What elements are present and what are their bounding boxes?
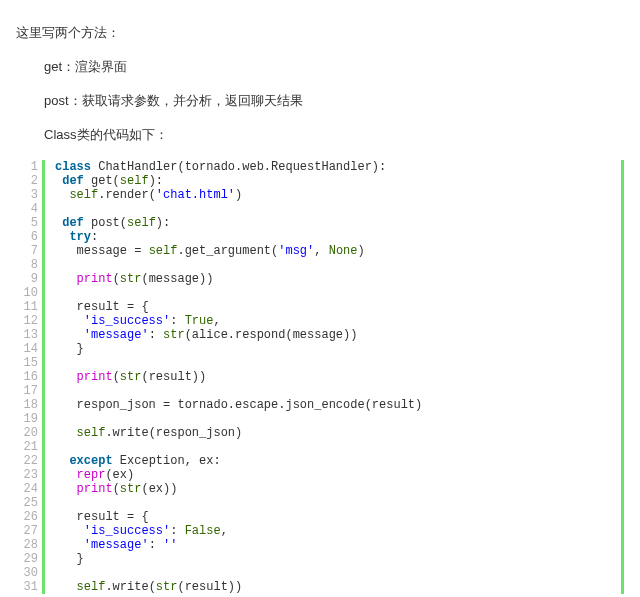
line-number: 22 bbox=[16, 454, 38, 468]
dot-render: .render( bbox=[98, 188, 156, 202]
colon-sep: : bbox=[149, 328, 163, 342]
keyword-class: class bbox=[55, 160, 91, 174]
self-param: self bbox=[127, 216, 156, 230]
builtin-print: print bbox=[77, 482, 113, 496]
builtin-print: print bbox=[77, 370, 113, 384]
dot-write: .write(respon_json) bbox=[105, 426, 242, 440]
intro-line-2: get：渲染界面 bbox=[44, 58, 624, 76]
line-number: 10 bbox=[16, 286, 38, 300]
code-block: 1234567891011121314151617181920212223242… bbox=[16, 160, 624, 594]
line-number: 7 bbox=[16, 244, 38, 258]
colon-sep: : bbox=[170, 314, 184, 328]
keyword-def: def bbox=[62, 174, 84, 188]
builtin-str: str bbox=[120, 272, 142, 286]
call-rest: (result)) bbox=[177, 580, 242, 594]
line-number: 19 bbox=[16, 412, 38, 426]
call-rest: (alice.respond(message)) bbox=[185, 328, 358, 342]
def-sig-close: ): bbox=[156, 216, 170, 230]
dot-write: .write( bbox=[105, 580, 155, 594]
line-number: 9 bbox=[16, 272, 38, 286]
builtin-str: str bbox=[120, 482, 142, 496]
intro-line-3: post：获取请求参数，并分析，返回聊天结果 bbox=[44, 92, 624, 110]
line-number: 31 bbox=[16, 580, 38, 594]
keyword-except: except bbox=[69, 454, 112, 468]
line-number: 25 bbox=[16, 496, 38, 510]
article-content: 这里写两个方法： get：渲染界面 post：获取请求参数，并分析，返回聊天结果… bbox=[0, 0, 640, 597]
bool-true: True bbox=[185, 314, 214, 328]
line-number: 30 bbox=[16, 566, 38, 580]
assign-message: message = bbox=[77, 244, 149, 258]
close-paren: ) bbox=[358, 244, 365, 258]
intro-text: 这里写两个方法： get：渲染界面 post：获取请求参数，并分析，返回聊天结果… bbox=[16, 24, 624, 144]
call-rest: (result)) bbox=[141, 370, 206, 384]
colon-sep: : bbox=[170, 524, 184, 538]
class-signature: ChatHandler(tornado.web.RequestHandler): bbox=[91, 160, 386, 174]
builtin-str: str bbox=[163, 328, 185, 342]
line-number: 29 bbox=[16, 552, 38, 566]
line-number: 11 bbox=[16, 300, 38, 314]
comma: , bbox=[213, 314, 220, 328]
line-number: 21 bbox=[16, 440, 38, 454]
def-sig: get( bbox=[84, 174, 120, 188]
line-number: 16 bbox=[16, 370, 38, 384]
assign-result: result = { bbox=[77, 300, 149, 314]
string-literal: 'msg' bbox=[278, 244, 314, 258]
line-number: 5 bbox=[16, 216, 38, 230]
builtin-print: print bbox=[77, 272, 113, 286]
dict-key: 'message' bbox=[84, 538, 149, 552]
none-literal: None bbox=[329, 244, 358, 258]
line-number: 28 bbox=[16, 538, 38, 552]
dot-getarg: .get_argument( bbox=[177, 244, 278, 258]
intro-line-4: Class类的代码如下： bbox=[44, 126, 624, 144]
builtin-str: str bbox=[120, 370, 142, 384]
intro-line-1: 这里写两个方法： bbox=[16, 24, 624, 42]
self-ref: self bbox=[77, 580, 106, 594]
colon-sep: : bbox=[149, 538, 163, 552]
line-number: 14 bbox=[16, 342, 38, 356]
call-rest: (message)) bbox=[141, 272, 213, 286]
bool-false: False bbox=[185, 524, 221, 538]
dict-close: } bbox=[77, 552, 84, 566]
code-listing: class ChatHandler(tornado.web.RequestHan… bbox=[55, 160, 621, 594]
dict-key: 'is_success' bbox=[84, 524, 170, 538]
line-number: 4 bbox=[16, 202, 38, 216]
line-number: 15 bbox=[16, 356, 38, 370]
except-rest: Exception, ex: bbox=[113, 454, 221, 468]
line-number: 24 bbox=[16, 482, 38, 496]
string-literal: '' bbox=[163, 538, 177, 552]
line-number: 6 bbox=[16, 230, 38, 244]
line-number-gutter: 1234567891011121314151617181920212223242… bbox=[16, 160, 42, 594]
open-paren: ( bbox=[113, 370, 120, 384]
self-ref: self bbox=[77, 426, 106, 440]
call-rest: (ex) bbox=[105, 468, 134, 482]
line-number: 12 bbox=[16, 314, 38, 328]
line-number: 13 bbox=[16, 328, 38, 342]
line-number: 20 bbox=[16, 426, 38, 440]
line-number: 18 bbox=[16, 398, 38, 412]
dict-close: } bbox=[77, 342, 84, 356]
dict-key: 'message' bbox=[84, 328, 149, 342]
dict-key: 'is_success' bbox=[84, 314, 170, 328]
def-sig-close: ): bbox=[149, 174, 163, 188]
open-paren: ( bbox=[113, 482, 120, 496]
builtin-repr: repr bbox=[77, 468, 106, 482]
line-number: 23 bbox=[16, 468, 38, 482]
line-number: 1 bbox=[16, 160, 38, 174]
line-number: 8 bbox=[16, 258, 38, 272]
keyword-try: try bbox=[69, 230, 91, 244]
line-number: 2 bbox=[16, 174, 38, 188]
self-ref: self bbox=[69, 188, 98, 202]
assign-respon-json: respon_json = tornado.escape.json_encode… bbox=[77, 398, 423, 412]
close-paren: ) bbox=[235, 188, 242, 202]
def-sig: post( bbox=[84, 216, 127, 230]
assign-result: result = { bbox=[77, 510, 149, 524]
string-literal: 'chat.html' bbox=[156, 188, 235, 202]
call-rest: (ex)) bbox=[141, 482, 177, 496]
colon: : bbox=[91, 230, 98, 244]
line-number: 26 bbox=[16, 510, 38, 524]
open-paren: ( bbox=[113, 272, 120, 286]
line-number: 3 bbox=[16, 188, 38, 202]
self-param: self bbox=[120, 174, 149, 188]
line-number: 27 bbox=[16, 524, 38, 538]
code-column: class ChatHandler(tornado.web.RequestHan… bbox=[42, 160, 621, 594]
